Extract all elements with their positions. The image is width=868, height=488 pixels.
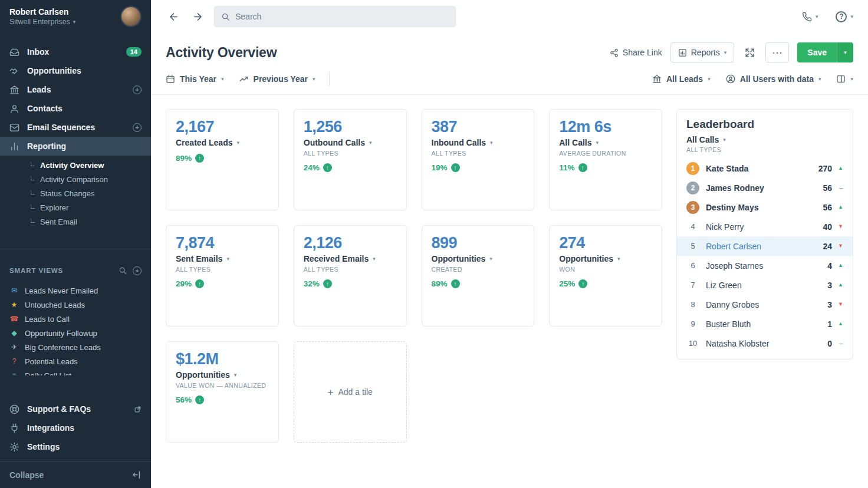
collapse-icon (131, 470, 142, 480)
tile-delta: 19%↑ (432, 163, 525, 172)
leaderboard-row[interactable]: 8 Danny Grobes 3 (677, 295, 853, 314)
arrow-left-icon (168, 11, 179, 22)
back-button[interactable] (166, 9, 182, 25)
tile-inbound-calls[interactable]: 387 Inbound Calls▾ ALL TYPES 19%↑ (422, 109, 535, 210)
user-menu[interactable]: Robert Carlsen Sitwell Enterprises ▾ (0, 0, 151, 33)
search-input[interactable] (235, 12, 449, 21)
tile-metric-dropdown[interactable]: All Calls▾ (559, 138, 652, 147)
phone-menu[interactable]: ▾ (802, 12, 818, 22)
smart-view-leads-never-emailed[interactable]: ✉ Leads Never Emailed (0, 283, 151, 298)
subnav-item-explorer[interactable]: Explorer (0, 200, 151, 215)
org-switcher[interactable]: Sitwell Enterprises ▾ (9, 18, 75, 26)
users-filter[interactable]: All Users with data ▾ (726, 74, 821, 84)
tile-opportunities-won[interactable]: 274 Opportunities▾ WON 25%↑ (549, 225, 662, 327)
leaderboard-row[interactable]: 6 Joseph Starnes 4 (677, 256, 853, 275)
avatar[interactable] (120, 6, 142, 27)
smart-view-label: Leads Never Emailed (25, 286, 98, 295)
smart-view-daily-call-list[interactable]: ≡ Daily Call List (0, 368, 151, 375)
add-lead-icon[interactable]: + (133, 85, 142, 94)
sidebar-item-integrations[interactable]: Integrations (0, 418, 151, 437)
tile-sublabel: VALUE WON — ANNUALIZED (176, 382, 269, 389)
tile-metric-dropdown[interactable]: Opportunities▾ (432, 254, 525, 263)
leads-filter[interactable]: All Leads ▾ (652, 74, 711, 84)
tile-label: All Calls (559, 138, 591, 147)
tile-opportunities-created[interactable]: 899 Opportunities▾ CREATED 89%↑ (422, 225, 535, 327)
sidebar-item-inbox[interactable]: Inbox 14 (0, 42, 151, 61)
leaderboard-row[interactable]: 10 Natasha Klobster 0 (677, 334, 853, 353)
leaderboard-metric-sublabel: ALL TYPES (686, 146, 843, 153)
search-bar[interactable] (214, 6, 456, 27)
layout-toggle[interactable]: ▾ (836, 74, 853, 84)
leaderboard-row[interactable]: 1 Kate Stada 270 (677, 159, 853, 178)
tile-metric-dropdown[interactable]: Sent Emails▾ (176, 254, 269, 263)
tile-metric-dropdown[interactable]: Created Leads▾ (176, 138, 269, 147)
bar-chart-icon (9, 141, 19, 151)
add-sequence-icon[interactable]: + (133, 123, 142, 132)
delta-value: 24% (304, 163, 320, 172)
subnav-label: Activity Comparison (40, 175, 108, 184)
tile-all-calls-duration[interactable]: 12m 6s All Calls▾ AVERAGE DURATION 11%↑ (549, 109, 662, 210)
tile-value: $1.2M (176, 350, 269, 368)
tile-outbound-calls[interactable]: 1,256 Outbound Calls▾ ALL TYPES 24%↑ (294, 109, 407, 210)
rank-badge: 4 (686, 220, 699, 233)
search-icon (221, 12, 230, 21)
smart-view-untouched-leads[interactable]: ★ Untouched Leads (0, 298, 151, 312)
subnav-item-activity-overview[interactable]: Activity Overview (0, 158, 151, 172)
footer-label: Support & FAQs (27, 404, 91, 414)
leaderboard-row[interactable]: 2 James Rodney 56 (677, 178, 853, 197)
search-icon[interactable] (119, 266, 127, 275)
tile-received-emails[interactable]: 2,126 Received Emails▾ ALL TYPES 32%↑ (294, 225, 407, 327)
comparison-filter[interactable]: Previous Year ▾ (239, 74, 315, 84)
sidebar-item-opportunities[interactable]: Opportunities (0, 61, 151, 80)
user-circle-icon (726, 74, 735, 84)
share-link-button[interactable]: Share Link (610, 48, 662, 57)
leaderboard-row-current-user[interactable]: 5 Robert Carlsen 24 (677, 236, 853, 256)
save-dropdown-button[interactable]: ▾ (837, 42, 853, 62)
sidebar-item-settings[interactable]: Settings (0, 437, 151, 456)
tile-metric-dropdown[interactable]: Received Emails▾ (304, 254, 397, 263)
tile-metric-dropdown[interactable]: Opportunities▾ (559, 254, 652, 263)
tile-created-leads[interactable]: 2,167 Created Leads▾ 89%↑ (166, 109, 279, 210)
sidebar-item-reporting[interactable]: Reporting (0, 137, 151, 156)
leaderboard-row[interactable]: 4 Nick Perry 40 (677, 217, 853, 236)
more-options-button[interactable]: ⋯ (765, 42, 789, 62)
tile-metric-dropdown[interactable]: Outbound Calls▾ (304, 138, 397, 147)
save-button[interactable]: Save (797, 42, 837, 62)
smart-view-potential-leads[interactable]: ? Potential Leads (0, 354, 151, 368)
tile-metric-dropdown[interactable]: Opportunities▾ (176, 370, 269, 380)
subnav-item-status-changes[interactable]: Status Changes (0, 186, 151, 200)
leaderboard-row[interactable]: 7 Liz Green 3 (677, 275, 853, 295)
tile-metric-dropdown[interactable]: Inbound Calls▾ (432, 138, 525, 147)
add-smart-view-icon[interactable]: + (133, 266, 142, 275)
tile-sent-emails[interactable]: 7,874 Sent Emails▾ ALL TYPES 29%↑ (166, 225, 279, 327)
sidebar-item-leads[interactable]: Leads + (0, 80, 151, 99)
leaderboard-value: 3 (827, 300, 832, 309)
sidebar-item-support[interactable]: Support & FAQs (0, 400, 151, 418)
sidebar-footer: Support & FAQs Integrations Settings (0, 395, 151, 461)
smart-view-opportunity-followup[interactable]: ◆ Opportunity Followup (0, 326, 151, 340)
tile-value: 274 (559, 234, 652, 252)
sidebar-item-email-sequences[interactable]: Email Sequences + (0, 118, 151, 137)
smart-view-big-conference-leads[interactable]: ✈ Big Conference Leads (0, 340, 151, 354)
collapse-sidebar-button[interactable]: Collapse (0, 461, 151, 488)
subnav-label: Activity Overview (40, 161, 104, 170)
subnav-item-activity-comparison[interactable]: Activity Comparison (0, 172, 151, 186)
tile-sublabel: ALL TYPES (304, 150, 397, 157)
chevron-down-icon: ▾ (596, 140, 599, 146)
forward-button[interactable] (190, 9, 206, 25)
leaderboard-metric-dropdown[interactable]: All Calls ▾ (686, 135, 843, 144)
fullscreen-button[interactable] (742, 45, 757, 60)
date-range-filter[interactable]: This Year ▾ (166, 74, 224, 84)
sidebar-item-contacts[interactable]: Contacts (0, 99, 151, 118)
rank-badge: 10 (686, 337, 699, 350)
smart-view-leads-to-call[interactable]: ☎ Leads to Call (0, 312, 151, 326)
reports-button[interactable]: Reports ▾ (670, 42, 735, 62)
leaderboard-row[interactable]: 9 Buster Bluth 1 (677, 314, 853, 334)
leaderboard-row[interactable]: 3 Destiny Mays 56 (677, 197, 853, 217)
tile-opportunities-value-won[interactable]: $1.2M Opportunities▾ VALUE WON — ANNUALI… (166, 341, 279, 443)
tile-sublabel: ALL TYPES (432, 150, 525, 157)
leaderboard-name: Joseph Starnes (706, 261, 827, 271)
subnav-item-sent-email[interactable]: Sent Email (0, 215, 151, 229)
add-tile-button[interactable]: + Add a tile (294, 341, 407, 443)
help-menu[interactable]: ? ▾ (836, 11, 853, 22)
